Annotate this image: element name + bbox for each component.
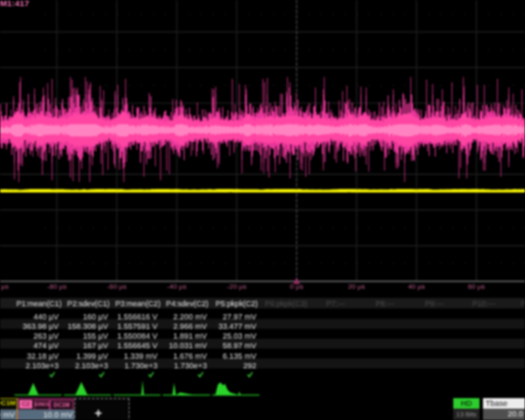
svg-text:58.97 mV: 58.97 mV bbox=[222, 341, 256, 350]
svg-text:167 µV: 167 µV bbox=[83, 341, 108, 350]
svg-text:1.556616 V: 1.556616 V bbox=[117, 312, 158, 321]
svg-text:60 µs: 60 µs bbox=[468, 283, 486, 290]
svg-text:155 µV: 155 µV bbox=[83, 332, 108, 340]
svg-text:263 µV: 263 µV bbox=[33, 332, 59, 340]
svg-text:6.135 mV: 6.135 mV bbox=[222, 352, 256, 360]
svg-text:1.339 mV: 1.339 mV bbox=[123, 352, 158, 360]
svg-text:2.200 mV: 2.200 mV bbox=[173, 312, 207, 321]
svg-text:40 µs: 40 µs bbox=[408, 283, 425, 290]
svg-text:-40 µs: -40 µs bbox=[167, 283, 186, 290]
svg-text:1.556645 V: 1.556645 V bbox=[117, 341, 158, 350]
svg-text:474 µV: 474 µV bbox=[33, 341, 59, 350]
svg-text:P7:---: P7:--- bbox=[326, 299, 346, 308]
svg-text:0 µs: 0 µs bbox=[290, 283, 303, 290]
svg-text:1.550084 V: 1.550084 V bbox=[117, 332, 158, 340]
svg-text:20 µs: 20 µs bbox=[348, 283, 366, 290]
svg-text:P11:---: P11:--- bbox=[521, 299, 525, 308]
svg-text:1.557591 V: 1.557591 V bbox=[117, 322, 158, 331]
svg-text:P5:pkpk(C2): P5:pkpk(C2) bbox=[215, 299, 257, 308]
svg-text:P3:mean(C2): P3:mean(C2) bbox=[116, 299, 161, 308]
svg-text:1.891 mV: 1.891 mV bbox=[173, 332, 207, 340]
svg-text:P10:---: P10:--- bbox=[472, 299, 496, 308]
svg-text:-60 µs: -60 µs bbox=[107, 283, 126, 290]
svg-text:32.18 µV: 32.18 µV bbox=[27, 352, 59, 360]
svg-text:27.97 mV: 27.97 mV bbox=[222, 312, 256, 321]
svg-text:25.03 mV: 25.03 mV bbox=[222, 332, 256, 340]
svg-text:33.477 mV: 33.477 mV bbox=[218, 322, 256, 331]
svg-text:2.103e+3: 2.103e+3 bbox=[75, 361, 108, 370]
svg-text:363.98 µV: 363.98 µV bbox=[23, 322, 59, 331]
svg-text:10.031 mV: 10.031 mV bbox=[169, 341, 207, 350]
svg-text:440 µV: 440 µV bbox=[33, 312, 59, 321]
svg-text:1.730e+3: 1.730e+3 bbox=[174, 361, 207, 370]
svg-text:-100 µs: -100 µs bbox=[0, 283, 9, 290]
svg-text:1.730e+3: 1.730e+3 bbox=[124, 361, 158, 370]
svg-text:P2:sdev(C1): P2:sdev(C1) bbox=[67, 299, 109, 308]
svg-text:1.676 mV: 1.676 mV bbox=[173, 352, 207, 360]
svg-text:158.308 µV: 158.308 µV bbox=[67, 322, 108, 331]
svg-text:P4:sdev(C2): P4:sdev(C2) bbox=[166, 299, 208, 308]
svg-text:P8:---: P8:--- bbox=[375, 299, 395, 308]
svg-text:2.966 mV: 2.966 mV bbox=[173, 322, 207, 331]
svg-text:292: 292 bbox=[243, 361, 256, 370]
svg-text:-20 µs: -20 µs bbox=[227, 283, 246, 290]
svg-text:P1:mean(C1): P1:mean(C1) bbox=[17, 299, 62, 308]
svg-text:1.399 µV: 1.399 µV bbox=[76, 352, 108, 360]
svg-text:160 µV: 160 µV bbox=[83, 312, 108, 321]
svg-text:2.103e+3: 2.103e+3 bbox=[25, 361, 59, 370]
svg-text:P9:---: P9:--- bbox=[425, 299, 444, 308]
svg-text:P6:pkpk(C3): P6:pkpk(C3) bbox=[265, 299, 307, 308]
svg-text:-80 µs: -80 µs bbox=[47, 283, 66, 290]
